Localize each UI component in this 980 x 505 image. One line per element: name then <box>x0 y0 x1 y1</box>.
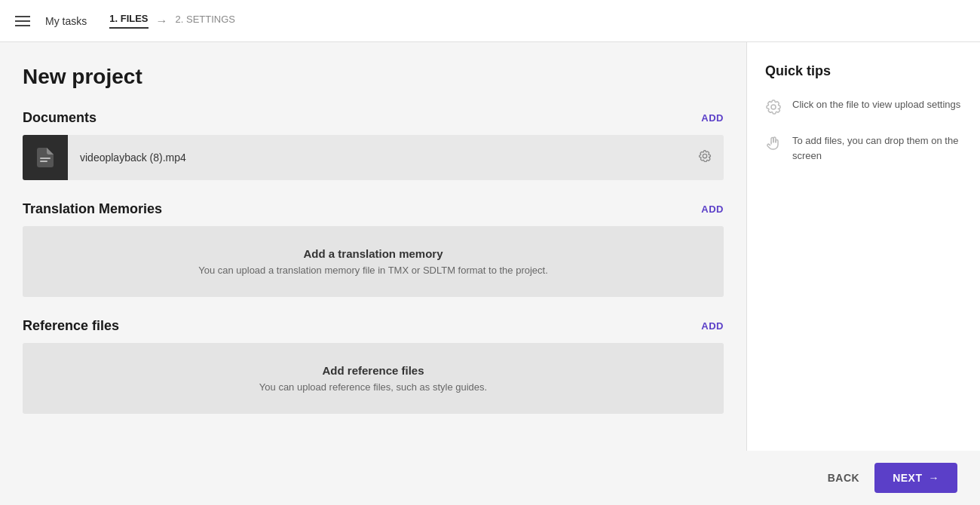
next-button[interactable]: NEXT → <box>874 463 957 493</box>
translation-memories-empty-title: Add a translation memory <box>38 247 709 260</box>
nav-arrow: → <box>156 14 168 28</box>
reference-files-empty-desc: You can upload reference files, such as … <box>38 381 709 393</box>
tip-text-1: Click on the file to view upload setting… <box>792 97 960 112</box>
reference-files-title: Reference files <box>23 318 119 334</box>
header: My tasks 1. FILES → 2. SETTINGS <box>0 0 980 42</box>
translation-memories-empty-box: Add a translation memory You can upload … <box>23 226 724 297</box>
next-label: NEXT <box>893 472 922 484</box>
documents-title: Documents <box>23 110 96 126</box>
tip-item-1: Click on the file to view upload setting… <box>765 97 962 118</box>
reference-files-section-header: Reference files ADD <box>23 318 724 334</box>
quick-tips-sidebar: Quick tips Click on the file to view upl… <box>746 42 980 451</box>
footer-actions: BACK NEXT → <box>0 451 980 505</box>
translation-memories-section-header: Translation Memories ADD <box>23 201 724 217</box>
content-area: New project Documents ADD videoplayback … <box>0 42 746 451</box>
tip-item-2: To add files, you can drop them on the s… <box>765 133 962 163</box>
translation-memories-add-button[interactable]: ADD <box>701 204 724 215</box>
my-tasks-link[interactable]: My tasks <box>45 15 87 27</box>
hamburger-icon[interactable] <box>15 16 30 26</box>
reference-files-add-button[interactable]: ADD <box>701 320 724 332</box>
documents-add-button[interactable]: ADD <box>701 112 724 124</box>
svg-rect-1 <box>40 161 47 162</box>
hand-tip-icon <box>765 135 782 155</box>
reference-files-empty-box: Add reference files You can upload refer… <box>23 343 724 414</box>
reference-files-empty-title: Add reference files <box>38 364 709 377</box>
translation-memories-section: Translation Memories ADD Add a translati… <box>23 201 724 297</box>
documents-section-header: Documents ADD <box>23 110 724 126</box>
svg-rect-0 <box>40 158 51 159</box>
translation-memories-title: Translation Memories <box>23 201 162 217</box>
back-button[interactable]: BACK <box>828 472 859 484</box>
documents-section: Documents ADD videoplayback (8).mp4 <box>23 110 724 180</box>
translation-memories-empty-desc: You can upload a translation memory file… <box>38 265 709 276</box>
page-title: New project <box>23 65 724 89</box>
main-layout: New project Documents ADD videoplayback … <box>0 42 980 451</box>
file-name: videoplayback (8).mp4 <box>68 152 686 164</box>
nav-steps: 1. FILES → 2. SETTINGS <box>109 13 235 29</box>
tip-text-2: To add files, you can drop them on the s… <box>792 133 962 163</box>
file-icon-box <box>23 135 68 180</box>
reference-files-section: Reference files ADD Add reference files … <box>23 318 724 414</box>
svg-point-2 <box>771 105 776 109</box>
document-file-item[interactable]: videoplayback (8).mp4 <box>23 135 724 180</box>
step2-tab[interactable]: 2. SETTINGS <box>176 14 235 28</box>
file-icon <box>37 148 54 167</box>
step1-tab[interactable]: 1. FILES <box>109 13 148 29</box>
next-arrow-icon: → <box>929 472 940 484</box>
gear-tip-icon <box>765 99 782 118</box>
file-settings-icon[interactable] <box>686 149 724 166</box>
quick-tips-title: Quick tips <box>765 63 962 79</box>
